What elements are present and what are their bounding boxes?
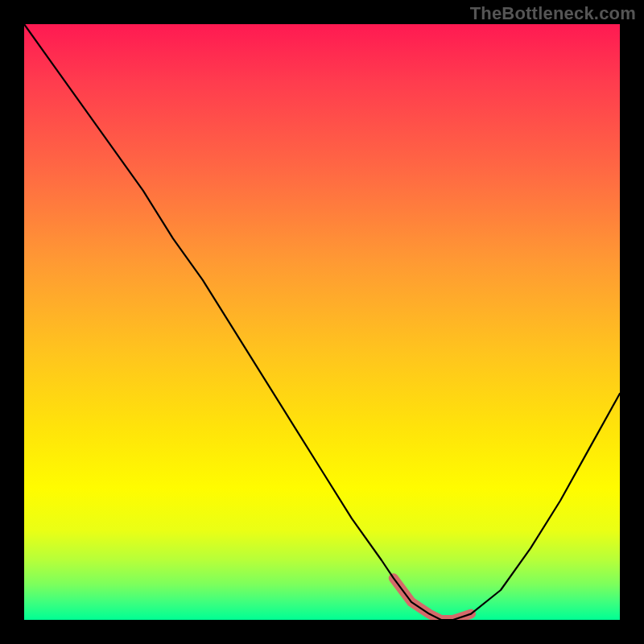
bottleneck-curve-line xyxy=(24,24,620,620)
watermark-text: TheBottleneck.com xyxy=(470,3,636,24)
plot-area xyxy=(24,24,620,620)
chart-frame: TheBottleneck.com xyxy=(0,0,644,644)
curve-svg xyxy=(24,24,620,620)
highlight-band xyxy=(394,578,471,620)
